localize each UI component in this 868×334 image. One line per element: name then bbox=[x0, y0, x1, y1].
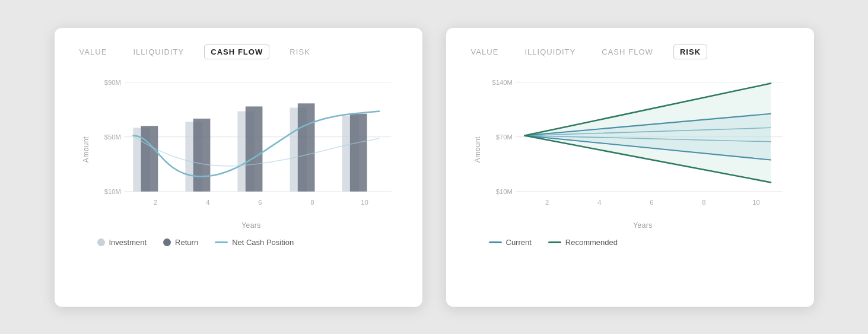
svg-text:2: 2 bbox=[545, 199, 549, 206]
svg-text:$140M: $140M bbox=[492, 78, 512, 85]
svg-text:2: 2 bbox=[154, 199, 157, 206]
svg-text:$50M: $50M bbox=[104, 133, 120, 140]
svg-text:6: 6 bbox=[258, 199, 262, 206]
tab-cashflow-1[interactable]: CASH FLOW bbox=[204, 44, 269, 59]
svg-rect-20 bbox=[349, 113, 367, 191]
svg-rect-17 bbox=[193, 118, 210, 191]
tab-value-2[interactable]: VALUE bbox=[465, 45, 505, 59]
svg-text:10: 10 bbox=[361, 199, 368, 206]
x-axis-label-2: Years bbox=[491, 221, 795, 230]
legend-return: Return bbox=[163, 238, 198, 247]
legend-label-current: Current bbox=[506, 238, 532, 247]
svg-text:$10M: $10M bbox=[495, 187, 512, 195]
legend-label-investment: Investment bbox=[109, 238, 147, 247]
svg-text:10: 10 bbox=[752, 199, 760, 206]
legend-dot-investment bbox=[97, 238, 105, 246]
page-container: VALUE ILLIQUIDITY CASH FLOW RISK Amount … bbox=[31, 4, 838, 330]
legend-label-netcash: Net Cash Position bbox=[232, 238, 294, 247]
svg-text:$90M: $90M bbox=[104, 78, 120, 85]
legend-label-return: Return bbox=[175, 238, 198, 247]
legend-recommended: Recommended bbox=[548, 238, 618, 247]
y-axis-label-1: Amount bbox=[82, 136, 91, 163]
svg-rect-16 bbox=[141, 126, 158, 192]
legend-investment: Investment bbox=[97, 238, 147, 247]
svg-text:8: 8 bbox=[702, 199, 705, 206]
svg-text:$10M: $10M bbox=[104, 187, 120, 195]
card-cashflow: VALUE ILLIQUIDITY CASH FLOW RISK Amount … bbox=[55, 28, 422, 307]
y-axis-label-2: Amount bbox=[474, 136, 482, 163]
legend-current: Current bbox=[489, 238, 532, 247]
risk-chart: $140M $70M $10M 2 4 6 8 10 bbox=[491, 70, 795, 216]
svg-text:4: 4 bbox=[206, 199, 209, 206]
tab-bar-1: VALUE ILLIQUIDITY CASH FLOW RISK bbox=[74, 44, 403, 59]
tab-bar-2: VALUE ILLIQUIDITY CASH FLOW RISK bbox=[465, 44, 795, 59]
svg-rect-18 bbox=[245, 106, 262, 191]
legend-label-recommended: Recommended bbox=[565, 238, 618, 247]
legend-2: Current Recommended bbox=[489, 238, 795, 247]
tab-illiquidity-2[interactable]: ILLIQUIDITY bbox=[519, 45, 581, 59]
svg-text:4: 4 bbox=[597, 199, 601, 206]
tab-value-1[interactable]: VALUE bbox=[74, 45, 113, 59]
card-risk: VALUE ILLIQUIDITY CASH FLOW RISK Amount … bbox=[446, 28, 814, 307]
svg-text:6: 6 bbox=[650, 199, 653, 206]
svg-text:$70M: $70M bbox=[495, 133, 512, 140]
svg-rect-19 bbox=[297, 103, 314, 191]
legend-line-recommended bbox=[548, 241, 561, 243]
x-axis-label-1: Years bbox=[100, 221, 403, 230]
legend-dot-return bbox=[163, 238, 171, 246]
tab-risk-1[interactable]: RISK bbox=[284, 45, 316, 59]
legend-netcash: Net Cash Position bbox=[215, 238, 294, 247]
tab-cashflow-2[interactable]: CASH FLOW bbox=[596, 45, 659, 59]
legend-1: Investment Return Net Cash Position bbox=[97, 238, 403, 247]
tab-risk-2[interactable]: RISK bbox=[673, 44, 707, 59]
legend-line-current bbox=[489, 241, 502, 243]
tab-illiquidity-1[interactable]: ILLIQUIDITY bbox=[127, 45, 190, 59]
svg-text:8: 8 bbox=[310, 199, 314, 206]
cashflow-chart: $90M $50M $10M 2 4 6 8 10 bbox=[100, 70, 403, 216]
legend-line-netcash bbox=[215, 241, 228, 243]
